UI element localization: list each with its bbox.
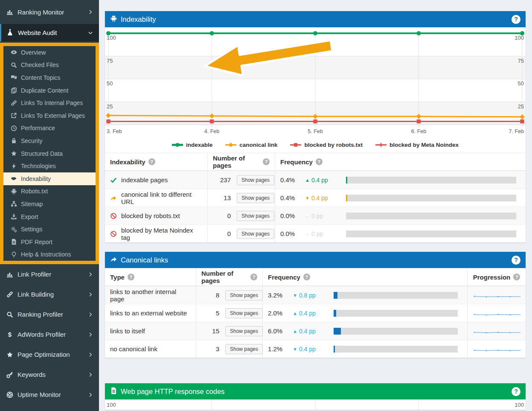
sidebar-item-label: AdWords Profiler bbox=[17, 331, 88, 338]
sitemap-icon bbox=[11, 201, 17, 207]
show-pages-button[interactable]: Show pages bbox=[225, 308, 263, 318]
svg-text:25: 25 bbox=[518, 103, 524, 110]
sidebar-item-link-building[interactable]: Link Building bbox=[0, 284, 99, 304]
help-icon[interactable]: ? bbox=[148, 158, 155, 165]
sidebar-item-adwords-profiler[interactable]: $AdWords Profiler bbox=[0, 324, 99, 344]
column-header-number-of-pages: Number of pages? bbox=[196, 268, 263, 286]
file-icon bbox=[11, 239, 17, 245]
row-label-text: no canonical link bbox=[110, 345, 157, 353]
sidebar-item-label: Uptime Monitor bbox=[17, 391, 88, 398]
legend-item-blocked-by-robots-txt[interactable]: blocked by robots.txt bbox=[290, 142, 363, 148]
sidebar-item-page-optimization[interactable]: Page Optimization bbox=[0, 344, 99, 364]
change-value: 0.4 pp bbox=[311, 177, 328, 184]
frequency-bar bbox=[346, 195, 516, 201]
sidebar-item-content-topics[interactable]: Content Topics bbox=[3, 71, 96, 84]
sidebar-item-structured-data[interactable]: Structured Data bbox=[3, 147, 96, 160]
lightbulb-icon bbox=[11, 251, 17, 258]
table-header-row: Indexability?Number of pages?Frequency? bbox=[105, 153, 526, 171]
table-row: links to itself15Show pages6.0%▲0.4 pp bbox=[105, 322, 526, 340]
sidebar-item-overview[interactable]: Overview bbox=[3, 46, 96, 59]
help-icon[interactable]: ? bbox=[512, 387, 520, 396]
chart-bar-icon bbox=[6, 9, 13, 15]
change-value: 0.4 pp bbox=[299, 310, 316, 317]
pages-cell: 0Show pages bbox=[208, 225, 275, 242]
svg-text:4. Feb: 4. Feb bbox=[204, 128, 219, 134]
frequency-bar bbox=[334, 346, 458, 353]
pages-cell: 3Show pages bbox=[196, 340, 263, 358]
star-icon bbox=[11, 150, 17, 157]
frequency-bar-fill bbox=[334, 346, 335, 353]
sidebar-item-performance[interactable]: Performance bbox=[3, 122, 96, 135]
change-arrow-down-icon: ▼ bbox=[305, 195, 310, 201]
help-icon[interactable]: ? bbox=[128, 274, 134, 280]
sidebar-item-links-to-internal-pages[interactable]: Links To Internal Pages bbox=[3, 96, 96, 109]
chevron-right-icon bbox=[88, 272, 93, 277]
help-icon[interactable]: ? bbox=[512, 256, 520, 265]
sidebar-item-link-profiler[interactable]: Link Profiler bbox=[0, 264, 99, 284]
row-label: no canonical link bbox=[105, 340, 196, 358]
help-icon[interactable]: ? bbox=[513, 274, 520, 280]
sidebar-item-uptime-monitor[interactable]: Uptime Monitor bbox=[0, 385, 99, 405]
robot-icon bbox=[110, 15, 121, 24]
sidebar-item-checked-files[interactable]: Checked Files bbox=[3, 59, 96, 72]
legend-item-blocked-by-meta-noindex[interactable]: blocked by Meta Noindex bbox=[375, 142, 459, 148]
sidebar-item-label: Technologies bbox=[21, 163, 56, 169]
change-arrow-down-icon: ▼ bbox=[293, 347, 297, 352]
legend-marker-icon bbox=[290, 142, 301, 148]
legend-label: indexable bbox=[186, 142, 212, 148]
sidebar-item-security[interactable]: Security bbox=[3, 134, 96, 147]
legend-label: blocked by robots.txt bbox=[304, 142, 363, 148]
row-label-text: links to an external website bbox=[110, 309, 187, 317]
show-pages-button[interactable]: Show pages bbox=[237, 229, 274, 239]
help-icon[interactable]: ? bbox=[263, 158, 270, 165]
sidebar-item-label: Keywords bbox=[17, 371, 88, 378]
lock-icon bbox=[11, 137, 17, 144]
show-pages-button[interactable]: Show pages bbox=[237, 175, 274, 185]
sidebar-item-label: Performance bbox=[21, 125, 55, 131]
sidebar-item-robots-txt[interactable]: Robots.txt bbox=[3, 185, 96, 198]
change-value: 0.4 pp bbox=[311, 195, 328, 201]
sidebar-item-export[interactable]: Export bbox=[3, 210, 96, 223]
help-icon[interactable]: ? bbox=[512, 15, 520, 24]
svg-text:$: $ bbox=[8, 331, 12, 338]
help-icon[interactable]: ? bbox=[316, 158, 323, 165]
change-value: 0 pp bbox=[311, 213, 323, 219]
table-row: no canonical link3Show pages1.2%▼0.4 pp bbox=[105, 340, 526, 358]
page-count: 8 bbox=[201, 291, 219, 299]
sidebar-item-help-instructions[interactable]: Help & Instructions bbox=[3, 248, 96, 261]
sidebar-item-website-audit[interactable]: Website Audit bbox=[0, 24, 99, 41]
progression-cell bbox=[468, 286, 526, 304]
row-label: links to itself bbox=[105, 322, 196, 340]
help-icon[interactable]: ? bbox=[303, 274, 310, 280]
star-icon bbox=[6, 351, 13, 358]
sidebar-item-duplicate-content[interactable]: Duplicate Content bbox=[3, 84, 96, 97]
sidebar-item-ranking-monitor[interactable]: Ranking Monitor bbox=[0, 3, 99, 21]
frequency-bar-fill bbox=[346, 177, 347, 184]
show-pages-button[interactable]: Show pages bbox=[225, 290, 263, 300]
search-icon bbox=[6, 311, 13, 318]
legend-item-canonical-link[interactable]: canonical link bbox=[225, 142, 277, 148]
show-pages-button[interactable]: Show pages bbox=[237, 211, 274, 221]
svg-text:3. Feb: 3. Feb bbox=[107, 128, 122, 134]
row-label: links to an external website bbox=[105, 304, 196, 322]
sidebar-item-indexability[interactable]: Indexability bbox=[3, 172, 96, 185]
sidebar-item-pdf-report[interactable]: PDF Report bbox=[3, 236, 96, 248]
sidebar-item-technologies[interactable]: Technologies bbox=[3, 160, 96, 172]
sidebar-item-keywords[interactable]: Keywords bbox=[0, 364, 99, 385]
chevron-right-icon bbox=[88, 352, 93, 357]
help-icon[interactable]: ? bbox=[250, 274, 257, 280]
sidebar-item-label: Robots.txt bbox=[21, 188, 48, 195]
sidebar-item-links-to-external-pages[interactable]: Links To External Pages bbox=[3, 109, 96, 122]
show-pages-button[interactable]: Show pages bbox=[225, 326, 263, 336]
sidebar-item-settings[interactable]: Settings bbox=[3, 223, 96, 236]
show-pages-button[interactable]: Show pages bbox=[237, 193, 274, 203]
legend-item-indexable[interactable]: indexable bbox=[172, 142, 212, 148]
chevron-right-icon bbox=[88, 392, 93, 397]
app-root: Ranking Monitor Website Audit OverviewCh… bbox=[0, 0, 532, 411]
sidebar-item-sitemap[interactable]: Sitemap bbox=[3, 198, 96, 210]
show-pages-button[interactable]: Show pages bbox=[225, 344, 263, 354]
svg-text:100: 100 bbox=[107, 402, 116, 408]
page-count: 13 bbox=[213, 194, 231, 201]
sidebar-item-ranking-profiler[interactable]: Ranking Profiler bbox=[0, 304, 99, 324]
sidebar-item-label: Security bbox=[21, 137, 43, 144]
